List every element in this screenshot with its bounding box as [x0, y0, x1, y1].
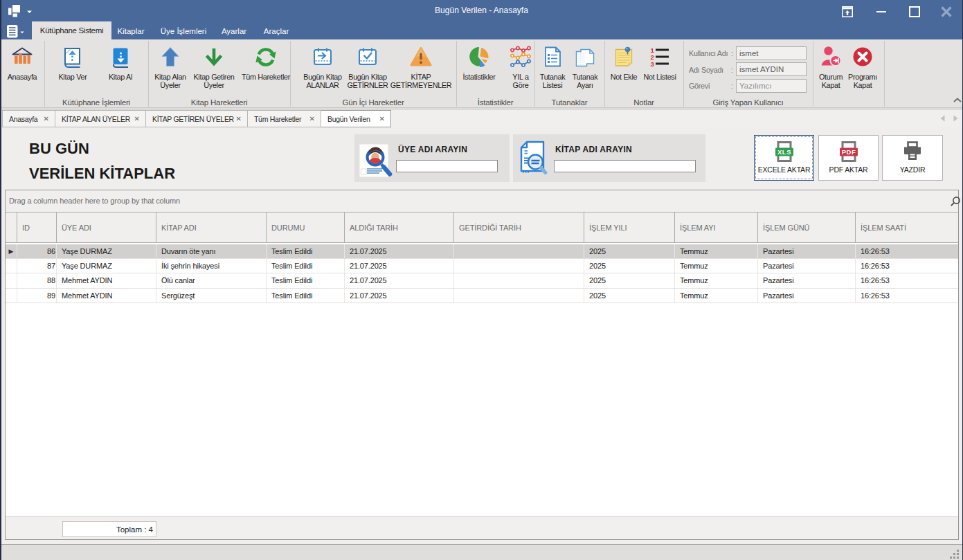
- svg-text:PDF: PDF: [841, 148, 856, 156]
- svg-text:3: 3: [651, 60, 654, 68]
- svg-text:XLS: XLS: [777, 148, 791, 156]
